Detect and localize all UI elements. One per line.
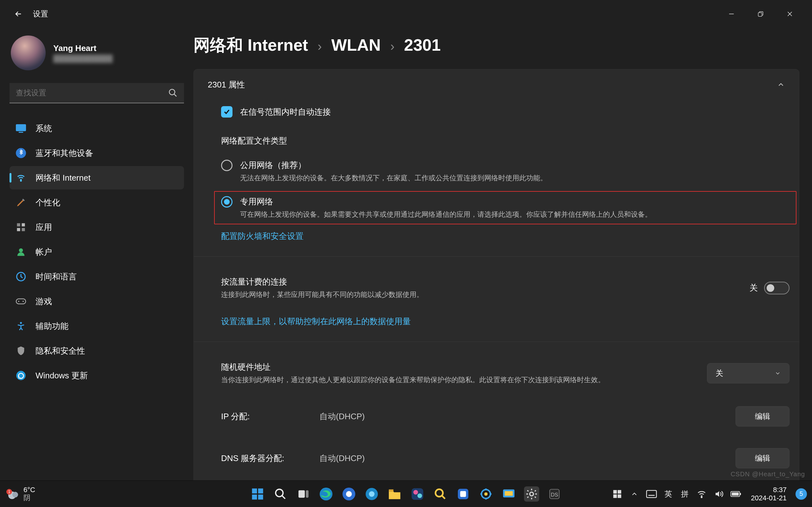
app-icon-2[interactable] <box>364 487 379 502</box>
random-mac-desc: 当你连接到此网络时，通过使其他人更难以跟踪你的设备位置来帮助保护你的隐私。此设置… <box>221 375 707 385</box>
search-input[interactable] <box>9 83 184 103</box>
svg-point-19 <box>12 492 18 498</box>
ip-assignment-row: IP 分配: 自动(DHCP) 编辑 <box>221 401 790 432</box>
settings-sidebar: Yang Heart ████████████ 系统 蓝牙和其他设备 网络和 I… <box>0 28 194 481</box>
start-button[interactable] <box>250 487 265 502</box>
settings-app-icon[interactable] <box>524 487 539 502</box>
ime-language[interactable]: 英 <box>663 489 673 499</box>
metered-toggle-label: 关 <box>750 282 758 293</box>
radio-public-network[interactable]: 公用网络（推荐） 无法在网络上发现你的设备。在大多数情况下，在家庭、工作或公共位… <box>221 158 790 185</box>
sidebar-item-update[interactable]: Windows 更新 <box>9 364 184 387</box>
svg-rect-3 <box>16 124 26 131</box>
minimize-button[interactable] <box>722 7 740 21</box>
random-mac-row: 随机硬件地址 当你连接到此网络时，通过使其他人更难以跟踪你的设备位置来帮助保护你… <box>221 356 790 390</box>
minimize-icon <box>728 10 735 17</box>
app-icon-8[interactable]: DS <box>547 487 562 502</box>
tray-volume-icon[interactable] <box>713 489 724 499</box>
nav-list: 系统 蓝牙和其他设备 网络和 Internet 个性化 应用 帐户 <box>9 117 184 387</box>
ip-value: 自动(DHCP) <box>319 411 735 422</box>
metered-title: 按流量计费的连接 <box>221 276 750 287</box>
sidebar-item-privacy[interactable]: 隐私和安全性 <box>9 339 184 362</box>
sidebar-item-label: 帐户 <box>36 246 52 258</box>
card-body: 在信号范围内时自动连接 网络配置文件类型 公用网络（推荐） 无法在网络上发现你的… <box>194 100 799 507</box>
random-mac-dropdown[interactable]: 关 <box>707 363 790 383</box>
temperature-text: 6°C <box>23 486 35 494</box>
svg-rect-49 <box>618 490 621 493</box>
breadcrumb-wlan[interactable]: WLAN <box>331 36 380 55</box>
svg-rect-56 <box>732 493 739 496</box>
auto-connect-row[interactable]: 在信号范围内时自动连接 <box>221 106 790 118</box>
taskbar-center: DS <box>250 487 562 502</box>
sidebar-item-label: 蓝牙和其他设备 <box>36 148 93 159</box>
sidebar-item-apps[interactable]: 应用 <box>9 216 184 239</box>
ime-mode[interactable]: 拼 <box>680 489 690 499</box>
dns-label: DNS 服务器分配: <box>221 453 319 464</box>
dns-edit-button[interactable]: 编辑 <box>735 448 790 468</box>
taskbar-search-button[interactable] <box>273 487 288 502</box>
checkmark-icon <box>223 108 231 116</box>
edge-icon[interactable] <box>318 487 334 502</box>
app-icon-6[interactable] <box>478 487 494 502</box>
search-icon[interactable] <box>168 88 177 98</box>
sidebar-item-network[interactable]: 网络和 Internet <box>9 166 184 189</box>
sidebar-item-system[interactable]: 系统 <box>9 117 184 140</box>
svg-point-31 <box>346 491 352 497</box>
apps-icon <box>15 222 27 233</box>
app-icon-4[interactable] <box>433 487 448 502</box>
ip-edit-button[interactable]: 编辑 <box>735 406 790 427</box>
close-button[interactable] <box>781 7 799 21</box>
file-explorer-icon[interactable] <box>387 487 402 502</box>
sidebar-item-accessibility[interactable]: 辅助功能 <box>9 314 184 338</box>
tray-wifi-icon[interactable] <box>696 489 707 499</box>
svg-point-33 <box>369 491 374 497</box>
window-controls <box>722 7 799 21</box>
radio-private-network[interactable]: 专用网络 可在网络上发现你的设备。如果需要文件共享或使用通过此网络通信的应用，请… <box>221 196 790 219</box>
firewall-settings-link[interactable]: 配置防火墙和安全设置 <box>221 231 790 242</box>
sidebar-item-time-language[interactable]: 时间和语言 <box>9 265 184 288</box>
weather-widget[interactable]: 1 6°C 阴 <box>5 486 35 501</box>
taskbar-clock[interactable]: 8:37 2024-01-21 <box>751 486 786 502</box>
maximize-button[interactable] <box>752 7 769 21</box>
app-icon-5[interactable] <box>455 487 471 502</box>
sidebar-item-personalization[interactable]: 个性化 <box>9 191 184 214</box>
tray-chevron-up-icon[interactable] <box>629 489 640 499</box>
sidebar-item-accounts[interactable]: 帐户 <box>9 240 184 264</box>
dns-assignment-row: DNS 服务器分配: 自动(DHCP) 编辑 <box>221 443 790 473</box>
sidebar-item-bluetooth[interactable]: 蓝牙和其他设备 <box>9 141 184 165</box>
divider <box>194 342 799 342</box>
notification-badge[interactable]: 5 <box>796 488 807 500</box>
app-icon-1[interactable] <box>341 487 357 502</box>
arrow-left-icon <box>14 9 23 18</box>
sidebar-item-label: 应用 <box>36 222 52 233</box>
card-header-toggle[interactable]: 2301 属性 <box>194 69 799 100</box>
sidebar-item-gaming[interactable]: 游戏 <box>9 290 184 313</box>
svg-rect-22 <box>252 488 257 493</box>
svg-rect-44 <box>505 491 513 496</box>
sidebar-item-label: 游戏 <box>36 296 52 307</box>
person-icon <box>15 246 27 258</box>
profile-block[interactable]: Yang Heart ████████████ <box>11 36 184 70</box>
chevron-down-icon <box>774 370 781 377</box>
breadcrumb-network[interactable]: 网络和 Internet <box>194 34 308 56</box>
tray-keyboard-icon[interactable] <box>646 489 657 499</box>
metered-toggle-group[interactable]: 关 <box>750 282 790 294</box>
tray-battery-icon[interactable] <box>730 489 741 499</box>
back-button[interactable] <box>12 8 25 20</box>
gamepad-icon <box>15 296 27 307</box>
toggle-switch-off-icon[interactable] <box>764 282 790 294</box>
app-icon-7[interactable] <box>501 487 516 502</box>
tray-app-icon[interactable] <box>612 489 623 499</box>
sidebar-item-label: 网络和 Internet <box>36 172 90 183</box>
svg-rect-34 <box>389 489 394 492</box>
breadcrumb-current: 2301 <box>404 36 441 55</box>
metered-desc: 连接到此网络时，某些应用可能具有不同的功能以减少数据使用。 <box>221 290 750 299</box>
task-view-button[interactable] <box>296 487 311 502</box>
auto-connect-checkbox[interactable] <box>221 106 233 118</box>
window-title: 设置 <box>33 9 48 19</box>
sidebar-item-label: Windows 更新 <box>36 370 88 381</box>
profile-email: ████████████ <box>53 55 113 63</box>
svg-rect-28 <box>306 490 308 498</box>
data-limit-link[interactable]: 设置流量上限，以帮助控制在此网络上的数据使用量 <box>221 316 790 327</box>
radio-private-desc: 可在网络上发现你的设备。如果需要文件共享或使用通过此网络通信的应用，请选择此选项… <box>240 210 652 219</box>
app-icon-3[interactable] <box>410 487 425 502</box>
